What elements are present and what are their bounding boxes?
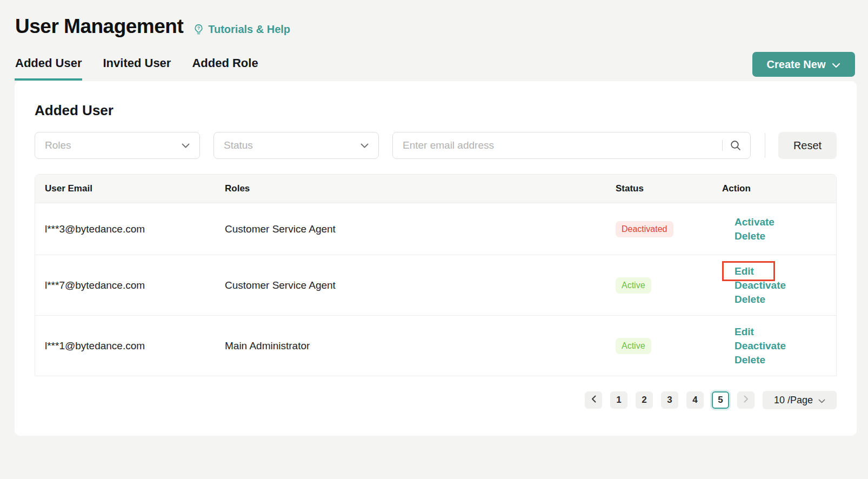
chevron-left-icon <box>591 395 596 405</box>
tutorials-help-link[interactable]: ? Tutorials & Help <box>193 23 290 36</box>
table-row: l***7@bytedance.com Customer Service Age… <box>35 255 836 315</box>
page-header: User Management ? Tutorials & Help <box>15 15 855 38</box>
added-user-panel: Added User Roles Status <box>15 81 857 436</box>
delete-link[interactable]: Delete <box>735 292 836 307</box>
user-role-cell: Customer Service Agent <box>225 280 616 291</box>
page-button-2[interactable]: 2 <box>636 391 653 409</box>
create-new-label: Create New <box>767 58 826 71</box>
chevron-down-icon <box>832 58 840 71</box>
tutorials-help-label: Tutorials & Help <box>208 23 290 36</box>
column-header-roles: Roles <box>225 183 616 194</box>
tabs-row: Added User Invited User Added Role Creat… <box>15 52 855 81</box>
pagination: 1 2 3 4 5 10 /Page <box>35 391 837 409</box>
user-role-cell: Main Administrator <box>225 340 616 352</box>
tab-added-user[interactable]: Added User <box>15 53 82 81</box>
roles-filter-select[interactable]: Roles <box>35 132 200 159</box>
page-button-5-active[interactable]: 5 <box>712 391 729 409</box>
page-button-3[interactable]: 3 <box>661 391 678 409</box>
chevron-down-icon <box>818 395 825 406</box>
status-badge: Deactivated <box>616 221 673 237</box>
user-email-cell: l***7@bytedance.com <box>35 280 225 291</box>
table-row: l***1@bytedance.com Main Administrator A… <box>35 315 836 376</box>
column-header-user-email: User Email <box>35 183 225 194</box>
deactivate-link[interactable]: Deactivate <box>735 339 836 353</box>
column-header-status: Status <box>616 183 722 194</box>
user-actions-cell: Activate Delete <box>722 215 836 243</box>
users-table: User Email Roles Status Action l***3@byt… <box>35 174 837 376</box>
vertical-divider <box>765 133 765 158</box>
previous-page-button[interactable] <box>585 391 602 409</box>
chevron-down-icon <box>360 141 369 150</box>
edit-link[interactable]: Edit <box>735 325 836 339</box>
user-actions-cell: Edit Deactivate Delete <box>722 325 836 367</box>
user-role-cell: Customer Service Agent <box>225 223 616 235</box>
delete-link[interactable]: Delete <box>735 353 836 367</box>
chevron-right-icon <box>744 395 749 405</box>
user-actions-cell: Edit Deactivate Delete <box>722 264 836 307</box>
next-page-button[interactable] <box>737 391 755 409</box>
status-badge: Active <box>616 338 651 354</box>
page-size-select[interactable]: 10 /Page <box>763 391 837 409</box>
svg-text:?: ? <box>197 25 200 31</box>
page-button-4[interactable]: 4 <box>686 391 704 409</box>
reset-button[interactable]: Reset <box>778 132 837 159</box>
chevron-down-icon <box>182 141 190 150</box>
user-management-page: User Management ? Tutorials & Help Added… <box>0 0 868 479</box>
search-icon[interactable] <box>730 139 742 151</box>
input-divider <box>722 140 723 151</box>
status-badge: Active <box>616 277 651 294</box>
page-size-label: 10 /Page <box>774 395 813 406</box>
column-header-action: Action <box>722 183 836 194</box>
page-button-1[interactable]: 1 <box>610 391 627 409</box>
filter-bar: Roles Status Reset <box>35 132 837 159</box>
user-status-cell: Deactivated <box>616 221 722 237</box>
email-search-input[interactable] <box>403 139 722 151</box>
user-email-cell: l***1@bytedance.com <box>35 340 225 352</box>
activate-link[interactable]: Activate <box>735 215 836 229</box>
page-title: User Management <box>15 15 183 38</box>
user-status-cell: Active <box>616 338 722 354</box>
tab-bar: Added User Invited User Added Role <box>15 53 259 81</box>
email-search-field <box>392 132 751 159</box>
table-header-row: User Email Roles Status Action <box>35 175 836 203</box>
roles-filter-placeholder: Roles <box>45 139 71 151</box>
lightbulb-question-icon: ? <box>193 24 204 35</box>
edit-link[interactable]: Edit <box>735 264 836 278</box>
user-email-cell: l***3@bytedance.com <box>35 223 225 235</box>
table-row: l***3@bytedance.com Customer Service Age… <box>35 203 836 255</box>
status-filter-select[interactable]: Status <box>213 132 379 159</box>
user-status-cell: Active <box>616 277 722 294</box>
create-new-button[interactable]: Create New <box>752 52 855 77</box>
delete-link[interactable]: Delete <box>735 229 836 243</box>
panel-heading: Added User <box>35 102 837 119</box>
tab-invited-user[interactable]: Invited User <box>102 53 171 81</box>
deactivate-link[interactable]: Deactivate <box>735 278 836 292</box>
status-filter-placeholder: Status <box>224 139 253 151</box>
tab-added-role[interactable]: Added Role <box>191 53 258 81</box>
